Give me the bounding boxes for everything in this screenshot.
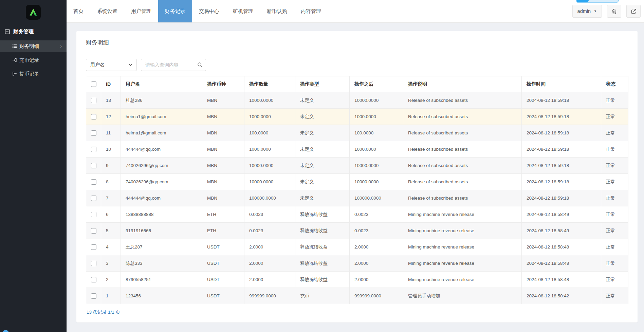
row-checkbox[interactable]: [91, 277, 96, 282]
cell-username: 杜总286: [121, 92, 202, 109]
row-checkbox[interactable]: [91, 244, 96, 250]
cell-coin: USDT: [202, 272, 244, 288]
row-checkbox[interactable]: [91, 228, 96, 234]
cell-time: 2024-08-12 18:59:18: [522, 109, 601, 125]
cell-after: 0.0023: [350, 206, 403, 223]
search-box: [141, 59, 206, 71]
table-row: 613888888888ETH0.0023释放冻结收益0.0023Mining …: [86, 206, 628, 223]
cell-type: 未定义: [295, 174, 350, 190]
row-checkbox[interactable]: [91, 147, 96, 152]
cell-type: 未定义: [295, 92, 350, 109]
column-header: 操作数量: [244, 76, 295, 92]
cell-time: 2024-08-12 18:58:48: [522, 255, 601, 272]
table-header-row: ID用户名操作币种操作数量操作类型操作之后操作说明操作时间状态: [86, 76, 628, 92]
cell-time: 2024-08-12 18:59:18: [522, 125, 601, 141]
select-all-checkbox[interactable]: [91, 81, 96, 87]
cell-amount: 10000.0000: [244, 174, 295, 190]
cell-description: Release of subscribed assets: [403, 141, 522, 158]
cell-id: 13: [101, 92, 121, 109]
row-checkbox[interactable]: [91, 114, 96, 119]
logout-button[interactable]: [626, 5, 641, 18]
cell-status: 正常: [601, 190, 628, 206]
cell-type: 释放冻结收益: [295, 272, 350, 288]
table-row: 8740026296@qq.comMBN10000.0000未定义10000.0…: [86, 174, 628, 190]
cell-status: 正常: [601, 158, 628, 174]
cell-username: 8790558251: [121, 272, 202, 288]
cell-description: Release of subscribed assets: [403, 125, 522, 141]
cell-status: 正常: [601, 92, 628, 109]
filter-field-select[interactable]: 用户名: [86, 59, 137, 71]
table-row: 9740026296@qq.comMBN10000.0000未定义10000.0…: [86, 158, 628, 174]
row-checkbox[interactable]: [91, 293, 96, 299]
row-checkbox[interactable]: [91, 179, 96, 185]
topnav-item-active[interactable]: 财务记录: [158, 0, 192, 22]
topnav-item[interactable]: 矿机管理: [226, 0, 260, 22]
collapse-minus-icon: [5, 29, 10, 34]
row-checkbox[interactable]: [91, 261, 96, 266]
list-icon: [12, 44, 17, 49]
table-row: 1123456USDT999999.0000充币999999.0000管理员手动…: [86, 288, 628, 304]
deposit-icon: [12, 58, 17, 62]
row-checkbox[interactable]: [91, 98, 96, 103]
cell-status: 正常: [601, 255, 628, 272]
cell-status: 正常: [601, 288, 628, 304]
cell-description: 管理员手动增加: [403, 288, 522, 304]
sidebar-group-finance[interactable]: 财务管理: [0, 22, 67, 40]
table-row: 11heima1@gmail.comMBN100.0000未定义100.0000…: [86, 125, 628, 141]
sidebar-item-label: 提币记录: [19, 71, 39, 77]
search-input[interactable]: [141, 59, 206, 71]
topnav-item[interactable]: 首页: [67, 0, 90, 22]
table-row: 28790558251USDT2.0000释放冻结收益2.0000Mining …: [86, 272, 628, 288]
topnav-item[interactable]: 用户管理: [124, 0, 158, 22]
row-checkbox[interactable]: [91, 130, 96, 136]
cell-after: 1000.0000: [350, 109, 403, 125]
trash-button[interactable]: [607, 5, 621, 18]
chevron-down-icon: [129, 63, 132, 66]
cell-status: 正常: [601, 206, 628, 223]
column-header: 操作类型: [295, 76, 350, 92]
sidebar-item-withdraw-records[interactable]: 提币记录: [0, 67, 67, 80]
cell-amount: 10000.0000: [244, 158, 295, 174]
search-icon[interactable]: [197, 62, 203, 68]
cell-description: Mining machine revenue release: [403, 239, 522, 255]
cutoff-circle-icon: [3, 330, 9, 332]
cell-status: 正常: [601, 125, 628, 141]
cell-coin: MBN: [202, 125, 244, 141]
filter-select-value: 用户名: [90, 62, 105, 68]
cell-status: 正常: [601, 141, 628, 158]
row-checkbox[interactable]: [91, 196, 96, 201]
record-count: 13 条记录 1/1 页: [86, 304, 628, 322]
cell-after: 1000.0000: [350, 141, 403, 158]
topnav-item[interactable]: 新币认购: [260, 0, 294, 22]
cell-coin: MBN: [202, 174, 244, 190]
cell-amount: 100000.0000: [244, 190, 295, 206]
cell-amount: 0.0023: [244, 223, 295, 239]
cell-after: 10000.0000: [350, 92, 403, 109]
cell-type: 释放冻结收益: [295, 239, 350, 255]
cell-amount: 1000.0000: [244, 141, 295, 158]
cell-time: 2024-08-12 18:59:18: [522, 190, 601, 206]
topnav-item[interactable]: 系统设置: [90, 0, 124, 22]
admin-dropdown[interactable]: admin ▼: [572, 5, 602, 18]
cell-after: 0.0023: [350, 223, 403, 239]
cell-coin: MBN: [202, 141, 244, 158]
topnav-item[interactable]: 交易中心: [192, 0, 226, 22]
cell-username: 王总287: [121, 239, 202, 255]
row-checkbox[interactable]: [91, 212, 96, 217]
sidebar-item-finance-detail[interactable]: 财务明细›: [0, 40, 67, 52]
sidebar-item-deposit-records[interactable]: 充币记录: [0, 53, 67, 67]
cell-amount: 2.0000: [244, 239, 295, 255]
cell-id: 7: [101, 190, 121, 206]
cell-status: 正常: [601, 174, 628, 190]
cell-id: 8: [101, 174, 121, 190]
cell-after: 100000.0000: [350, 190, 403, 206]
app-logo[interactable]: [26, 5, 41, 20]
cell-username: heima1@gmail.com: [121, 125, 202, 141]
cell-id: 10: [101, 141, 121, 158]
sidebar-item-label: 充币记录: [19, 57, 39, 63]
column-header: 用户名: [121, 76, 202, 92]
content-area: 财务明细 用户名: [67, 23, 644, 332]
row-checkbox[interactable]: [91, 163, 96, 168]
cell-type: 未定义: [295, 158, 350, 174]
topnav-item[interactable]: 内容管理: [294, 0, 328, 22]
